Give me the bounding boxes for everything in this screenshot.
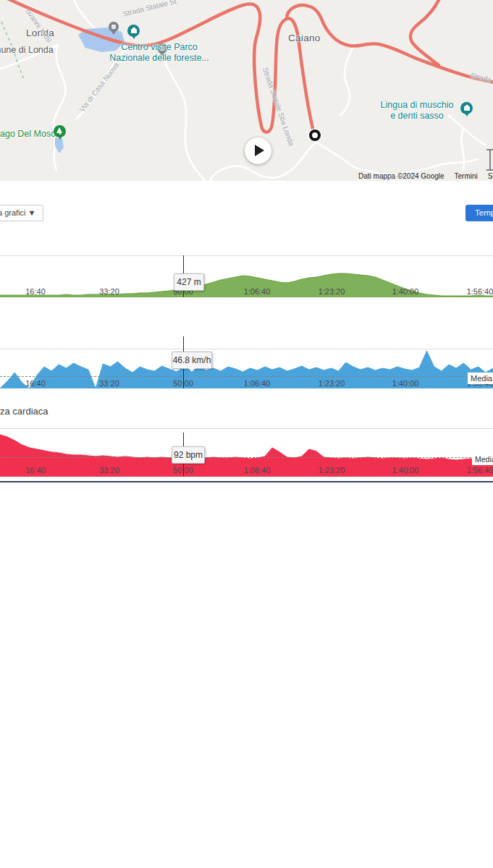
- axis-tick-label: 1:40:00: [392, 379, 419, 388]
- map-attribution: Dati mappa ©2024 GoogleTerminiSegnala un: [358, 172, 493, 180]
- route-map[interactable]: Londa Caiano mune di Londa Centro visite…: [0, 0, 493, 181]
- axis-tick-label: 1:40:00: [392, 466, 419, 475]
- axis-tick-label: 1:23:20: [319, 287, 345, 296]
- axis-tick-label: 1:06:40: [244, 466, 271, 475]
- tempo-toggle-button[interactable]: Tempo: [465, 205, 493, 221]
- pond: [55, 137, 64, 153]
- tree-poi-icon[interactable]: [54, 125, 66, 137]
- play-button[interactable]: [245, 137, 271, 164]
- poi-label-centro-visite: Centro visite Parco Nazionale delle fore…: [101, 42, 217, 64]
- camera-poi-icon[interactable]: [127, 25, 140, 37]
- poi-pin-icon[interactable]: [109, 22, 119, 32]
- terms-link[interactable]: Termini: [455, 172, 478, 180]
- axis-tick-label: 16:40: [25, 287, 46, 296]
- heartrate-average-label: Media: [472, 454, 493, 465]
- axis-tick-label: 16:40: [25, 466, 46, 475]
- axis-tick-label: 1:23:20: [319, 379, 345, 388]
- tooltip-pointer-icon: [188, 368, 195, 372]
- poi-label-lingua-di-muschio: Lingua di muschio e denti sasso: [376, 100, 458, 122]
- activity-analysis-page: Londa Caiano mune di Londa Centro visite…: [0, 0, 493, 868]
- axis-tick-label: 33:20: [99, 466, 119, 475]
- axis-tick-label: 1:06:40: [244, 287, 271, 296]
- map-scale-icon: [486, 150, 493, 170]
- speed-tooltip: 46.8 km/h: [172, 352, 212, 369]
- heartrate-tooltip: 92 bpm: [172, 446, 205, 464]
- speed-average-label: Media:: [468, 373, 493, 384]
- heartrate-average-line: [0, 457, 493, 458]
- elevation-tooltip: 427 m: [174, 273, 204, 291]
- axis-tick-label: 33:20: [99, 287, 119, 296]
- axis-tick-label: 16:40: [25, 379, 46, 388]
- heartrate-chart-title: za cardiaca: [0, 406, 48, 417]
- section-divider: [0, 481, 493, 482]
- speed-average-line: [0, 376, 493, 377]
- charts-dropdown-button[interactable]: a grafici ▼: [0, 205, 43, 221]
- axis-tick-label: 1:23:20: [319, 466, 345, 475]
- poi-label-comune-di-londa: mune di Londa: [0, 45, 54, 56]
- axis-tick-label: 1:40:00: [392, 287, 419, 296]
- map-data-credit: Dati mappa ©2024 Google: [358, 172, 444, 180]
- axis-tick-label: 33:20: [99, 379, 119, 388]
- report-error-link[interactable]: Segnala un: [488, 172, 493, 180]
- axis-tick-label: 1:56:40: [467, 287, 493, 296]
- axis-tick-label: 1:06:40: [244, 379, 271, 388]
- play-icon: [255, 145, 264, 156]
- route-position-marker: [309, 129, 321, 141]
- town-label-caiano: Caiano: [288, 33, 321, 43]
- axis-tick-label: 1:56:40: [467, 466, 493, 475]
- camera-poi-icon[interactable]: [460, 102, 473, 114]
